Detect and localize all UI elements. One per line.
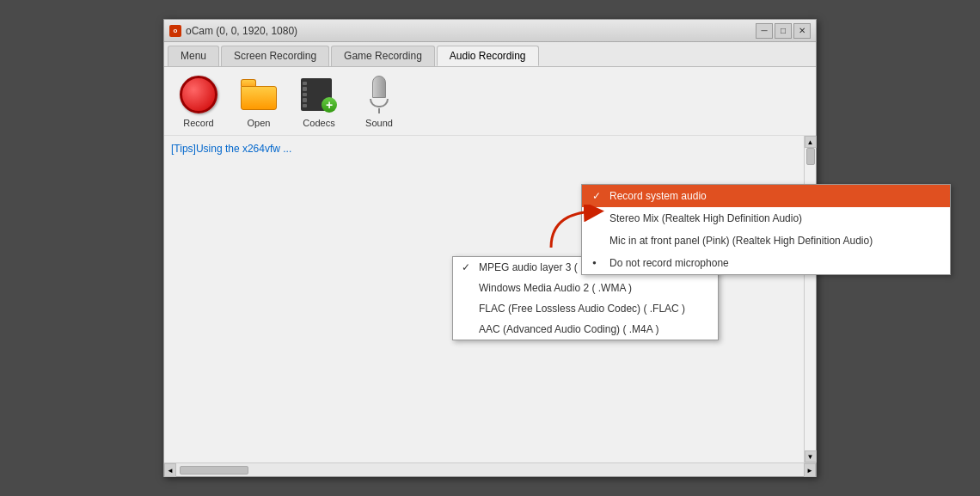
title-bar: o oCam (0, 0, 1920, 1080) ─ □ ✕	[164, 20, 816, 42]
folder-icon	[241, 79, 277, 110]
audio-dropdown: Record system audio Stereo Mix (Realtek …	[581, 184, 951, 275]
codec-item-wma[interactable]: Windows Media Audio 2 ( .WMA )	[453, 278, 718, 298]
codecs-icon-container: +	[298, 74, 340, 115]
horizontal-scroll-track[interactable]	[176, 463, 804, 476]
add-plus-icon: +	[322, 97, 337, 113]
maximize-button[interactable]: □	[775, 23, 792, 39]
toolbar: Record Open	[164, 67, 816, 136]
app-icon: o	[169, 25, 181, 37]
scroll-down-arrow[interactable]: ▼	[805, 450, 817, 462]
scroll-thumb[interactable]	[806, 148, 815, 165]
main-window: o oCam (0, 0, 1920, 1080) ─ □ ✕ Menu Scr…	[163, 19, 817, 477]
film-hole-3	[303, 93, 307, 96]
bottom-bar: ◄ ►	[164, 462, 816, 476]
tips-text: [Tips]Using the x264vfw ...	[171, 143, 291, 155]
audio-item-mic-front[interactable]: Mic in at front panel (Pink) (Realtek Hi…	[582, 230, 950, 252]
scroll-left-arrow[interactable]: ◄	[164, 463, 176, 477]
codecs-label: Codecs	[303, 118, 334, 128]
tab-audio-recording[interactable]: Audio Recording	[437, 46, 539, 66]
tab-bar: Menu Screen Recording Game Recording Aud…	[164, 42, 816, 67]
sound-icon-container	[358, 74, 400, 115]
record-label: Record	[183, 118, 213, 128]
content-area: [Tips]Using the x264vfw ... MPEG audio l…	[164, 136, 816, 462]
mic-body	[372, 76, 386, 98]
film-holes-left	[301, 78, 309, 111]
minimize-button[interactable]: ─	[756, 23, 773, 39]
title-bar-left: o oCam (0, 0, 1920, 1080)	[169, 25, 297, 37]
mic-pole	[378, 108, 380, 113]
film-hole-4	[303, 98, 307, 101]
sound-button[interactable]: Sound	[352, 70, 407, 132]
tab-menu[interactable]: Menu	[168, 46, 219, 66]
tab-game-recording[interactable]: Game Recording	[331, 46, 435, 66]
open-icon-container	[238, 74, 279, 115]
folder-tab	[241, 79, 256, 86]
film-hole-2	[303, 87, 307, 90]
codec-item-flac[interactable]: FLAC (Free Lossless Audio Codec) ( .FLAC…	[453, 298, 718, 319]
main-content: [Tips]Using the x264vfw ... MPEG audio l…	[164, 136, 804, 462]
audio-item-system[interactable]: Record system audio	[582, 185, 950, 207]
scroll-up-arrow[interactable]: ▲	[805, 136, 817, 148]
film-hole-1	[303, 82, 307, 85]
audio-item-stereo-mix[interactable]: Stereo Mix (Realtek High Definition Audi…	[582, 207, 950, 230]
record-circle-icon	[180, 76, 217, 113]
audio-item-no-mic[interactable]: Do not record microphone	[582, 252, 950, 274]
record-icon-container	[178, 74, 219, 115]
codec-item-aac[interactable]: AAC (Advanced Audio Coding) ( .M4A )	[453, 319, 718, 340]
scroll-right-arrow[interactable]: ►	[804, 463, 816, 477]
open-button[interactable]: Open	[231, 70, 286, 132]
open-label: Open	[248, 118, 271, 128]
film-codecs-icon: +	[301, 77, 337, 113]
codecs-button[interactable]: + Codecs	[291, 70, 346, 132]
folder-body	[241, 86, 277, 110]
mic-stand	[370, 99, 389, 107]
horizontal-scroll-thumb[interactable]	[180, 466, 248, 475]
close-button[interactable]: ✕	[793, 23, 811, 39]
window-title: oCam (0, 0, 1920, 1080)	[186, 25, 297, 37]
sound-label: Sound	[365, 118, 393, 128]
microphone-icon	[370, 76, 389, 113]
title-buttons: ─ □ ✕	[756, 23, 811, 39]
tab-screen-recording[interactable]: Screen Recording	[221, 46, 329, 66]
record-button[interactable]: Record	[171, 70, 226, 132]
film-hole-5	[303, 104, 307, 107]
